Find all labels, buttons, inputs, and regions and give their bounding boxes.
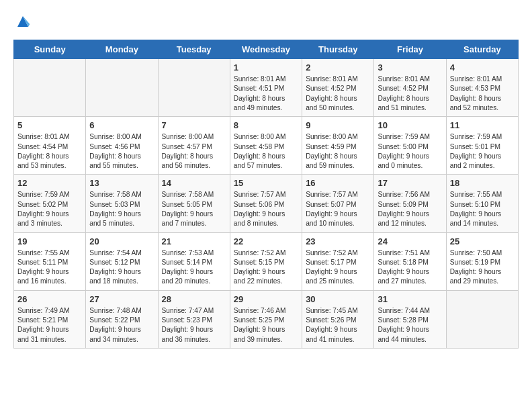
day-header-friday: Friday (374, 40, 446, 59)
day-number: 2 (306, 62, 370, 73)
day-info: Sunrise: 7:57 AM Sunset: 5:06 PM Dayligh… (234, 190, 298, 228)
day-info: Sunrise: 7:52 AM Sunset: 5:17 PM Dayligh… (306, 248, 370, 287)
day-info: Sunrise: 8:01 AM Sunset: 4:52 PM Dayligh… (378, 75, 442, 113)
day-info: Sunrise: 7:57 AM Sunset: 5:07 PM Dayligh… (306, 190, 370, 228)
calendar-cell: 8Sunrise: 8:00 AM Sunset: 4:58 PM Daylig… (230, 117, 302, 175)
day-number: 27 (89, 294, 154, 304)
calendar-cell: 11Sunrise: 7:59 AM Sunset: 5:01 PM Dayli… (446, 117, 518, 175)
calendar-cell: 23Sunrise: 7:52 AM Sunset: 5:17 PM Dayli… (302, 232, 374, 290)
day-number: 23 (306, 236, 370, 246)
day-info: Sunrise: 8:01 AM Sunset: 4:53 PM Dayligh… (450, 75, 515, 113)
calendar-cell: 31Sunrise: 7:44 AM Sunset: 5:28 PM Dayli… (374, 290, 446, 348)
day-info: Sunrise: 7:59 AM Sunset: 5:01 PM Dayligh… (450, 132, 515, 171)
day-number: 14 (162, 178, 226, 188)
day-number: 20 (89, 236, 154, 246)
calendar-cell: 7Sunrise: 8:00 AM Sunset: 4:57 PM Daylig… (158, 117, 230, 175)
day-info: Sunrise: 7:55 AM Sunset: 5:10 PM Dayligh… (450, 190, 515, 228)
day-info: Sunrise: 7:50 AM Sunset: 5:19 PM Dayligh… (450, 248, 515, 287)
calendar-cell: 13Sunrise: 7:58 AM Sunset: 5:03 PM Dayli… (86, 175, 158, 232)
day-number: 10 (378, 120, 442, 130)
calendar-cell (14, 59, 86, 117)
day-info: Sunrise: 7:58 AM Sunset: 5:05 PM Dayligh… (162, 190, 226, 228)
day-info: Sunrise: 8:00 AM Sunset: 4:56 PM Dayligh… (89, 132, 154, 171)
day-header-thursday: Thursday (302, 40, 374, 59)
day-number: 15 (234, 178, 298, 188)
calendar-cell: 4Sunrise: 8:01 AM Sunset: 4:53 PM Daylig… (446, 59, 518, 117)
day-number: 29 (234, 294, 298, 304)
calendar-cell: 27Sunrise: 7:48 AM Sunset: 5:22 PM Dayli… (86, 290, 158, 348)
calendar-cell: 19Sunrise: 7:55 AM Sunset: 5:11 PM Dayli… (14, 232, 86, 290)
calendar-header: SundayMondayTuesdayWednesdayThursdayFrid… (14, 40, 519, 59)
day-info: Sunrise: 7:53 AM Sunset: 5:14 PM Dayligh… (162, 248, 226, 287)
day-info: Sunrise: 7:51 AM Sunset: 5:18 PM Dayligh… (378, 248, 442, 287)
calendar-cell: 14Sunrise: 7:58 AM Sunset: 5:05 PM Dayli… (158, 175, 230, 232)
day-number: 9 (306, 120, 370, 130)
day-number: 24 (378, 236, 442, 246)
day-info: Sunrise: 7:44 AM Sunset: 5:28 PM Dayligh… (378, 306, 442, 345)
calendar-cell (446, 290, 518, 348)
day-number: 19 (17, 236, 82, 246)
calendar-cell: 29Sunrise: 7:46 AM Sunset: 5:25 PM Dayli… (230, 290, 302, 348)
calendar-cell: 10Sunrise: 7:59 AM Sunset: 5:00 PM Dayli… (374, 117, 446, 175)
day-info: Sunrise: 7:58 AM Sunset: 5:03 PM Dayligh… (89, 190, 154, 228)
calendar-cell: 9Sunrise: 8:00 AM Sunset: 4:59 PM Daylig… (302, 117, 374, 175)
day-info: Sunrise: 8:01 AM Sunset: 4:51 PM Dayligh… (234, 75, 298, 113)
day-number: 25 (450, 236, 515, 246)
calendar-cell: 2Sunrise: 8:01 AM Sunset: 4:52 PM Daylig… (302, 59, 374, 117)
day-info: Sunrise: 7:55 AM Sunset: 5:11 PM Dayligh… (17, 248, 82, 287)
day-number: 30 (306, 294, 370, 304)
day-number: 6 (89, 120, 154, 130)
calendar-cell: 28Sunrise: 7:47 AM Sunset: 5:23 PM Dayli… (158, 290, 230, 348)
day-number: 22 (234, 236, 298, 246)
calendar-cell: 21Sunrise: 7:53 AM Sunset: 5:14 PM Dayli… (158, 232, 230, 290)
day-number: 16 (306, 178, 370, 188)
day-info: Sunrise: 8:00 AM Sunset: 4:57 PM Dayligh… (162, 132, 226, 171)
calendar-cell (158, 59, 230, 117)
calendar-cell: 30Sunrise: 7:45 AM Sunset: 5:26 PM Dayli… (302, 290, 374, 348)
day-info: Sunrise: 7:47 AM Sunset: 5:23 PM Dayligh… (162, 306, 226, 345)
day-number: 5 (17, 120, 82, 130)
day-info: Sunrise: 7:59 AM Sunset: 5:02 PM Dayligh… (17, 190, 82, 228)
day-info: Sunrise: 7:49 AM Sunset: 5:21 PM Dayligh… (17, 306, 82, 345)
day-info: Sunrise: 7:59 AM Sunset: 5:00 PM Dayligh… (378, 132, 442, 171)
day-header-tuesday: Tuesday (158, 40, 230, 59)
day-number: 31 (378, 294, 442, 304)
calendar-cell: 24Sunrise: 7:51 AM Sunset: 5:18 PM Dayli… (374, 232, 446, 290)
calendar-cell (86, 59, 158, 117)
day-number: 13 (89, 178, 154, 188)
day-info: Sunrise: 7:45 AM Sunset: 5:26 PM Dayligh… (306, 306, 370, 345)
day-number: 4 (450, 62, 515, 73)
day-number: 8 (234, 120, 298, 130)
calendar-cell: 18Sunrise: 7:55 AM Sunset: 5:10 PM Dayli… (446, 175, 518, 232)
day-info: Sunrise: 7:56 AM Sunset: 5:09 PM Dayligh… (378, 190, 442, 228)
calendar-cell: 6Sunrise: 8:00 AM Sunset: 4:56 PM Daylig… (86, 117, 158, 175)
day-number: 7 (162, 120, 226, 130)
logo-text (13, 13, 31, 33)
calendar-cell: 20Sunrise: 7:54 AM Sunset: 5:12 PM Dayli… (86, 232, 158, 290)
calendar-table: SundayMondayTuesdayWednesdayThursdayFrid… (13, 40, 519, 349)
calendar-cell: 26Sunrise: 7:49 AM Sunset: 5:21 PM Dayli… (14, 290, 86, 348)
page-header (13, 13, 519, 33)
day-info: Sunrise: 8:00 AM Sunset: 4:58 PM Dayligh… (234, 132, 298, 171)
calendar-cell: 5Sunrise: 8:01 AM Sunset: 4:54 PM Daylig… (14, 117, 86, 175)
calendar-cell: 3Sunrise: 8:01 AM Sunset: 4:52 PM Daylig… (374, 59, 446, 117)
day-number: 26 (17, 294, 82, 304)
day-info: Sunrise: 8:01 AM Sunset: 4:52 PM Dayligh… (306, 75, 370, 113)
day-number: 18 (450, 178, 515, 188)
logo-icon (15, 13, 31, 30)
calendar-cell: 12Sunrise: 7:59 AM Sunset: 5:02 PM Dayli… (14, 175, 86, 232)
calendar-cell: 15Sunrise: 7:57 AM Sunset: 5:06 PM Dayli… (230, 175, 302, 232)
logo (13, 13, 31, 33)
calendar-cell: 17Sunrise: 7:56 AM Sunset: 5:09 PM Dayli… (374, 175, 446, 232)
day-header-saturday: Saturday (446, 40, 518, 59)
day-number: 12 (17, 178, 82, 188)
day-number: 11 (450, 120, 515, 130)
day-info: Sunrise: 8:00 AM Sunset: 4:59 PM Dayligh… (306, 132, 370, 171)
day-header-wednesday: Wednesday (230, 40, 302, 59)
calendar-cell: 25Sunrise: 7:50 AM Sunset: 5:19 PM Dayli… (446, 232, 518, 290)
day-info: Sunrise: 7:46 AM Sunset: 5:25 PM Dayligh… (234, 306, 298, 345)
calendar-cell: 16Sunrise: 7:57 AM Sunset: 5:07 PM Dayli… (302, 175, 374, 232)
day-info: Sunrise: 8:01 AM Sunset: 4:54 PM Dayligh… (17, 132, 82, 171)
day-number: 21 (162, 236, 226, 246)
day-header-monday: Monday (86, 40, 158, 59)
